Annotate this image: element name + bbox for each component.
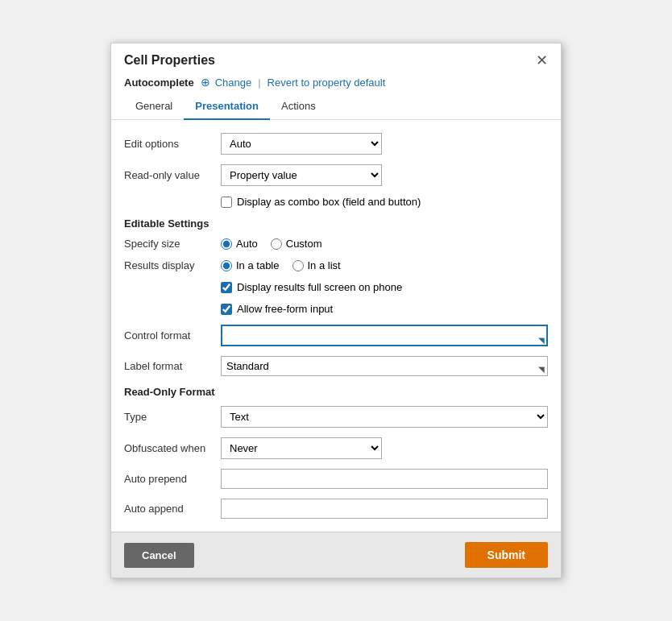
label-format-input[interactable] xyxy=(221,356,548,376)
readonly-format-header: Read-Only Format xyxy=(124,386,548,398)
auto-prepend-control xyxy=(221,469,548,489)
full-screen-label: Display results full screen on phone xyxy=(237,281,402,293)
specify-size-auto[interactable]: Auto xyxy=(221,238,258,250)
tabs-bar: General Presentation Actions xyxy=(111,93,561,120)
auto-prepend-row: Auto prepend xyxy=(124,469,548,489)
autocomplete-add-icon[interactable]: ⊕ xyxy=(201,76,210,89)
results-display-label: Results display xyxy=(124,259,221,271)
obfuscated-select[interactable]: Never Always Not editing xyxy=(221,437,382,459)
close-button[interactable]: ✕ xyxy=(536,53,548,68)
tab-actions[interactable]: Actions xyxy=(270,93,327,120)
results-display-table-label: In a table xyxy=(236,259,280,271)
label-format-label: Label format xyxy=(124,360,221,372)
auto-append-control xyxy=(221,499,548,519)
read-only-value-row: Read-only value Property value Display v… xyxy=(124,164,548,186)
autocomplete-label: Autocomplete xyxy=(124,77,194,89)
change-link[interactable]: Change xyxy=(215,77,252,89)
specify-size-custom[interactable]: Custom xyxy=(271,238,322,250)
edit-options-control: Auto Custom xyxy=(221,133,548,155)
edit-options-label: Edit options xyxy=(124,138,221,150)
revert-link[interactable]: Revert to property default xyxy=(268,77,386,89)
auto-append-row: Auto append xyxy=(124,499,548,519)
results-display-options: In a table In a list xyxy=(221,259,548,271)
obfuscated-label: Obfuscated when xyxy=(124,442,221,454)
freeform-label: Allow free-form input xyxy=(237,303,333,315)
edit-options-row: Edit options Auto Custom xyxy=(124,133,548,155)
tab-general[interactable]: General xyxy=(124,93,184,120)
control-format-label: Control format xyxy=(124,329,221,342)
dialog-title-bar: Cell Properties ✕ xyxy=(111,43,561,74)
control-format-wrapper xyxy=(221,325,548,346)
obfuscated-row: Obfuscated when Never Always Not editing xyxy=(124,437,548,459)
editable-settings-header: Editable Settings xyxy=(124,217,548,230)
freeform-checkbox[interactable] xyxy=(221,304,232,315)
edit-options-select[interactable]: Auto Custom xyxy=(221,133,382,155)
specify-size-custom-radio[interactable] xyxy=(271,238,282,250)
cell-properties-dialog: Cell Properties ✕ Autocomplete ⊕ Change … xyxy=(110,43,562,578)
results-display-list[interactable]: In a list xyxy=(292,259,341,271)
combo-box-label: Display as combo box (field and button) xyxy=(237,196,421,208)
tab-content: Edit options Auto Custom Read-only value… xyxy=(111,120,561,519)
autocomplete-bar: Autocomplete ⊕ Change | Revert to proper… xyxy=(111,74,561,93)
auto-append-label: Auto append xyxy=(124,503,221,515)
full-screen-checkbox[interactable] xyxy=(221,282,232,293)
type-row: Type Text HTML Checkbox Image xyxy=(124,406,548,428)
results-display-table-radio[interactable] xyxy=(221,260,232,271)
dialog-title: Cell Properties xyxy=(124,53,215,68)
specify-size-auto-label: Auto xyxy=(236,238,258,250)
control-format-row: Control format xyxy=(124,325,548,346)
results-display-list-label: In a list xyxy=(308,259,341,271)
specify-size-row: Specify size Auto Custom xyxy=(124,238,548,250)
freeform-row: Allow free-form input xyxy=(221,303,548,315)
cancel-button[interactable]: Cancel xyxy=(124,543,194,568)
specify-size-custom-label: Custom xyxy=(286,238,322,250)
combo-box-checkbox[interactable] xyxy=(221,197,232,208)
full-screen-row: Display results full screen on phone xyxy=(221,281,548,293)
control-format-input[interactable] xyxy=(221,325,548,346)
combo-box-row: Display as combo box (field and button) xyxy=(221,196,548,208)
results-display-list-radio[interactable] xyxy=(292,260,304,271)
obfuscated-control: Never Always Not editing xyxy=(221,437,548,459)
auto-prepend-input[interactable] xyxy=(221,469,548,489)
dialog-footer: Cancel Submit xyxy=(111,532,561,578)
type-select[interactable]: Text HTML Checkbox Image xyxy=(221,406,548,428)
read-only-value-control: Property value Display value Raw value xyxy=(221,164,548,186)
results-display-row: Results display In a table In a list xyxy=(124,259,548,271)
label-format-wrapper: ◥ xyxy=(221,356,548,376)
label-format-row: Label format ◥ xyxy=(124,356,548,376)
specify-size-auto-radio[interactable] xyxy=(221,238,232,250)
type-control: Text HTML Checkbox Image xyxy=(221,406,548,428)
auto-prepend-label: Auto prepend xyxy=(124,473,221,485)
read-only-value-label: Read-only value xyxy=(124,169,221,181)
submit-button[interactable]: Submit xyxy=(465,542,548,568)
separator: | xyxy=(258,77,260,89)
type-label: Type xyxy=(124,411,221,423)
specify-size-options: Auto Custom xyxy=(221,238,548,250)
auto-append-input[interactable] xyxy=(221,499,548,519)
specify-size-label: Specify size xyxy=(124,238,221,250)
tab-presentation[interactable]: Presentation xyxy=(184,93,270,120)
results-display-table[interactable]: In a table xyxy=(221,259,280,271)
read-only-value-select[interactable]: Property value Display value Raw value xyxy=(221,164,382,186)
